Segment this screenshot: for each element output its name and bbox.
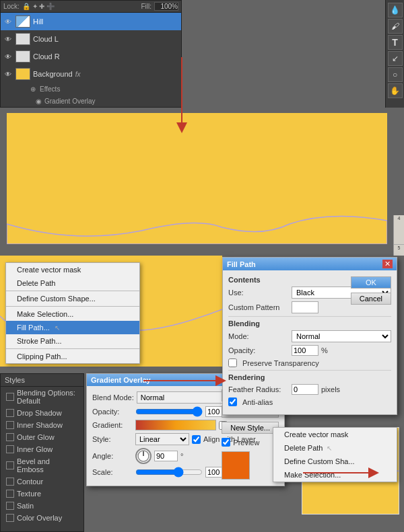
- ctx-right-create-vector[interactable]: Create vector mask: [273, 428, 397, 441]
- layers-panel: Lock: 🔒 ✦ ✚ ➕ Fill: 👁 Hill 👁 Cloud L 👁 C…: [0, 0, 182, 108]
- fill-path-opacity-unit: %: [321, 346, 328, 354]
- tool-brush[interactable]: 🖌: [388, 19, 403, 34]
- layer-thumb-hill: [15, 15, 30, 28]
- fill-path-use-label: Use:: [228, 289, 289, 297]
- tool-text[interactable]: T: [388, 35, 403, 50]
- ruler-right: 4 5 6 7 8: [393, 215, 404, 256]
- dialog-fill-path: Fill Path ✕ OK Cancel Contents Use: Blac…: [222, 257, 397, 415]
- gradient-preview-swatch: [222, 451, 250, 480]
- styles-item-outer-glow[interactable]: Outer Glow: [1, 431, 83, 443]
- layer-row-hill[interactable]: 👁 Hill: [1, 13, 181, 30]
- styles-item-inner-glow[interactable]: Inner Glow: [1, 443, 83, 455]
- fill-path-ok-btn[interactable]: OK: [351, 276, 391, 289]
- layer-row-cloud-l[interactable]: 👁 Cloud L: [1, 30, 181, 48]
- layer-name-cloud-l: Cloud L: [33, 35, 59, 43]
- ctx-delete-path[interactable]: Delete Path: [6, 276, 139, 290]
- gradient-preview-label: Preview: [233, 439, 259, 447]
- styles-check-outer-glow: [6, 433, 14, 441]
- styles-item-drop-shadow[interactable]: Drop Shadow: [1, 407, 83, 419]
- styles-label-drop-shadow: Drop Shadow: [17, 409, 62, 417]
- fill-path-antialias-row: Anti-alias: [228, 397, 391, 406]
- gradient-opacity-slider[interactable]: [135, 406, 203, 417]
- gradient-angle-label: Angle:: [92, 452, 133, 460]
- layer-row-cloud-r[interactable]: 👁 Cloud R: [1, 48, 181, 65]
- tool-circle[interactable]: ○: [388, 67, 403, 82]
- context-menu-left: Create vector mask Delete Path Define Cu…: [5, 262, 140, 364]
- ctx-stroke-path[interactable]: Stroke Path...: [6, 334, 139, 348]
- fill-path-opacity-input[interactable]: [292, 345, 318, 356]
- layer-name-background: Background: [33, 70, 73, 78]
- fill-path-feather-input[interactable]: [292, 384, 318, 395]
- styles-item-inner-shadow[interactable]: Inner Shadow: [1, 419, 83, 431]
- fill-path-opacity-label: Opacity:: [228, 346, 289, 354]
- styles-check-bevel: [6, 461, 14, 469]
- dialog-fill-path-body: OK Cancel Contents Use: Black White Fore…: [223, 270, 397, 414]
- gradient-scale-slider[interactable]: [135, 467, 203, 478]
- fill-path-mode-select[interactable]: Normal Multiply Screen: [292, 330, 391, 342]
- tool-hand[interactable]: ✋: [388, 83, 403, 98]
- fill-input[interactable]: [154, 2, 178, 11]
- gradient-style-select[interactable]: Linear Radial: [135, 433, 189, 445]
- ctx-sep-3: [6, 348, 139, 349]
- gradient-angle-dial[interactable]: [135, 448, 152, 464]
- gradient-circle: ◉: [36, 98, 42, 105]
- styles-label-contour: Contour: [17, 478, 43, 486]
- styles-label-texture: Texture: [17, 490, 41, 498]
- styles-item-satin[interactable]: Satin: [1, 500, 83, 512]
- tool-arrow[interactable]: ↙: [388, 51, 403, 66]
- fill-path-antialias-check[interactable]: [228, 397, 237, 406]
- fill-path-feather-label: Feather Radius:: [228, 385, 289, 393]
- eye-icon-cloud-r[interactable]: 👁: [3, 52, 13, 61]
- styles-panel: Styles Blending Options: Default Drop Sh…: [0, 373, 84, 532]
- hill-curve-svg: [7, 190, 387, 244]
- layer-row-background[interactable]: 👁 Background fx: [1, 65, 181, 83]
- gradient-angle-input[interactable]: [154, 451, 178, 461]
- gradient-scale-label: Scale:: [92, 468, 133, 476]
- right-toolbar: 💧 🖌 T ↙ ○ ✋: [385, 0, 404, 108]
- styles-item-bevel[interactable]: Bevel and Emboss: [1, 455, 83, 476]
- fill-path-color-box: [292, 301, 318, 313]
- fill-path-blending-label: Blending: [228, 319, 391, 328]
- eye-icon-background[interactable]: 👁: [3, 69, 13, 79]
- ctx-fill-path[interactable]: Fill Path... ↖: [6, 321, 139, 334]
- eye-icon-hill[interactable]: 👁: [3, 17, 13, 26]
- context-menu-right: Create vector mask Delete Path ↖ Define …: [273, 427, 397, 482]
- ctx-clipping-path[interactable]: Clipping Path...: [6, 350, 139, 363]
- styles-panel-header: Styles: [1, 374, 83, 387]
- ctx-right-make-selection[interactable]: Make Selection...: [273, 468, 397, 482]
- ctx-right-define-custom[interactable]: Define Custom Sha...: [273, 455, 397, 468]
- styles-item-blending[interactable]: Blending Options: Default: [1, 387, 83, 407]
- styles-check-drop-shadow: [6, 409, 14, 417]
- dialog-fill-path-btns: OK Cancel: [351, 276, 391, 307]
- cursor-icon-2: ↖: [327, 445, 332, 452]
- gradient-new-style-btn[interactable]: New Style...: [222, 422, 279, 434]
- ctx-make-selection[interactable]: Make Selection...: [6, 307, 139, 321]
- styles-label-bevel: Bevel and Emboss: [17, 457, 78, 473]
- eye-icon-cloud-l[interactable]: 👁: [3, 34, 13, 44]
- gradient-bar-preview[interactable]: [135, 420, 216, 430]
- styles-item-color-overlay[interactable]: Color Overlay: [1, 512, 83, 524]
- ctx-define-custom-shape[interactable]: Define Custom Shape...: [6, 292, 139, 305]
- gradient-style-label: Style:: [92, 435, 133, 443]
- fill-path-cancel-btn[interactable]: Cancel: [351, 293, 391, 305]
- dialog-fill-path-titlebar: Fill Path ✕: [223, 258, 397, 270]
- gradient-preview-check[interactable]: [222, 438, 230, 447]
- fill-path-antialias-label: Anti-alias: [242, 398, 303, 406]
- styles-item-texture[interactable]: Texture: [1, 488, 83, 500]
- effects-label: ⊕: [30, 85, 36, 93]
- styles-item-contour[interactable]: Contour: [1, 476, 83, 488]
- gradient-preview-row: Preview: [222, 438, 279, 447]
- styles-check-blending: [6, 393, 14, 401]
- fill-path-preserve-check[interactable]: [228, 358, 237, 367]
- fill-path-divider-2: [228, 370, 391, 371]
- dialog-fill-path-close[interactable]: ✕: [382, 260, 393, 268]
- layer-thumb-background: [15, 68, 30, 80]
- ruler-mark-5: 5: [394, 245, 404, 256]
- gradient-align-check[interactable]: [192, 435, 201, 444]
- layers-header: Lock: 🔒 ✦ ✚ ➕ Fill:: [1, 1, 181, 13]
- tool-water[interactable]: 💧: [388, 3, 403, 17]
- styles-check-satin: [6, 502, 14, 510]
- ctx-create-vector-mask[interactable]: Create vector mask: [6, 263, 139, 276]
- ctx-right-delete-path[interactable]: Delete Path ↖: [273, 441, 397, 455]
- fill-path-opacity-row: Opacity: %: [228, 345, 391, 356]
